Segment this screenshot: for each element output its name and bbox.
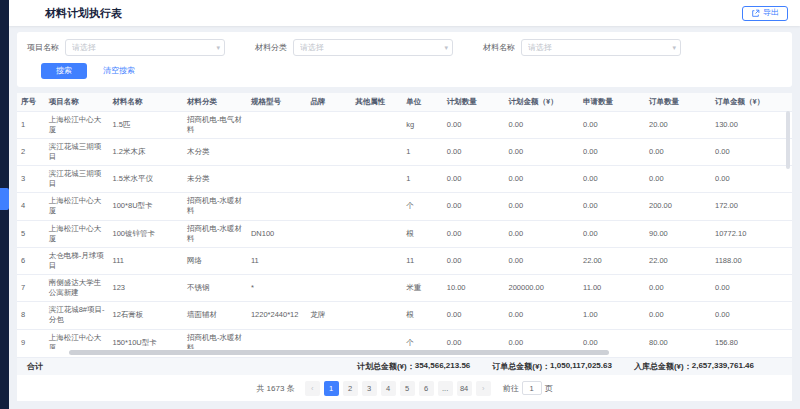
table-cell: 墙面辅材 [183,302,247,329]
table-cell: 0.00 [711,275,792,302]
table-cell: 0.00 [645,138,711,165]
table-row[interactable]: 1上海松江中心大厦1.5匹招商机电-电气材料kg0.000.000.0020.0… [17,111,792,138]
pagination-total: 共 1673 条 [256,383,294,394]
search-button[interactable]: 搜索 [41,63,87,79]
table-cell: 10.00 [443,275,505,302]
goto-unit: 页 [545,383,553,394]
table-cell: 南侧盛达大学生公寓新建 [45,275,109,302]
page-button[interactable]: 5 [400,381,415,396]
table-cell: 0.00 [443,138,505,165]
table-cell: 0.00 [645,275,711,302]
table-cell [307,138,352,165]
table-cell: 1 [402,166,442,193]
table-cell: 1 [17,111,45,138]
table-cell: 100*8U型卡 [109,193,184,220]
category-select[interactable]: ▾ [293,39,453,56]
page-button[interactable]: 4 [381,381,396,396]
page-button[interactable]: 2 [343,381,358,396]
material-select-input[interactable] [522,43,680,52]
prev-page-button[interactable]: ‹ [305,381,320,396]
table-cell [247,166,307,193]
column-header: 材料名称 [109,93,184,112]
export-label: 导出 [763,9,779,17]
page-button[interactable]: 84 [457,381,472,396]
clear-search-link[interactable]: 清空搜索 [103,65,135,76]
filter-label-project: 项目名称 [27,42,59,53]
table-cell: 根 [402,302,442,329]
table-cell: 0.00 [505,302,580,329]
table-cell: 22.00 [645,247,711,274]
materials-table: 序号项目名称材料名称材料分类规格型号品牌其他属性单位计划数量计划金额（¥）申请数… [17,93,792,349]
column-header: 序号 [17,93,45,112]
table-cell: 0.00 [505,193,580,220]
table-cell: 11.00 [579,275,645,302]
page-button[interactable]: 3 [362,381,377,396]
top-bar: 材料计划执行表 导出 [9,0,800,26]
table-row[interactable]: 3滨江花城三期项目1.5米水平仪未分类10.000.000.000.000.00 [17,166,792,193]
table-cell: 招商机电-水暖材料 [183,220,247,247]
table-cell: 1220*2440*12 [247,302,307,329]
category-select-input[interactable] [294,43,452,52]
sidebar-expand-handle[interactable] [0,188,9,210]
table-scroll-area[interactable]: 序号项目名称材料名称材料分类规格型号品牌其他属性单位计划数量计划金额（¥）申请数… [17,93,792,349]
table-row[interactable]: 5上海松江中心大厦100镀锌管卡招商机电-水暖材料DN100根0.000.000… [17,220,792,247]
table-cell [307,247,352,274]
table-cell: 未分类 [183,166,247,193]
column-header: 单位 [402,93,442,112]
table-row[interactable]: 9上海松江中心大厦150*10U型卡招商机电-水暖材料个0.000.000.00… [17,329,792,349]
pagination: 共 1673 条 ‹ 123456...84 › 前往 页 [17,375,792,401]
page-button[interactable]: 6 [419,381,434,396]
column-header: 品牌 [307,93,352,112]
table-cell: 1 [402,138,442,165]
table-cell: 0.00 [579,329,645,349]
table-cell [247,193,307,220]
table-cell: 0.00 [443,247,505,274]
table-cell [351,111,402,138]
table-cell: 0.00 [505,138,580,165]
table-cell [307,275,352,302]
table-cell: 0.00 [645,302,711,329]
column-header: 订单数量 [645,93,711,112]
table-cell: 111 [109,247,184,274]
table-cell: 0.00 [505,111,580,138]
table-cell: 172.00 [711,193,792,220]
summary-label: 合计 [27,361,43,372]
table-cell [351,329,402,349]
export-button[interactable]: 导出 [742,6,788,21]
table-cell [247,138,307,165]
horizontal-scrollbar-track [23,350,786,356]
column-header: 其他属性 [351,93,402,112]
table-cell: 200.00 [645,193,711,220]
table-cell: 123 [109,275,184,302]
page-button[interactable]: 1 [324,381,339,396]
table-row[interactable]: 6太仓电梯-月球项目111网络11110.000.0022.0022.00118… [17,247,792,274]
material-select[interactable]: ▾ [521,39,681,56]
table-body: 1上海松江中心大厦1.5匹招商机电-电气材料kg0.000.000.0020.0… [17,111,792,349]
main-area: 材料计划执行表 导出 项目名称 ▾ [9,0,800,409]
goto-page: 前往 页 [503,381,553,395]
table-row[interactable]: 4上海松江中心大厦100*8U型卡招商机电-水暖材料个0.000.000.002… [17,193,792,220]
table-row[interactable]: 8滨江花城8#项目-分包12石膏板墙面辅材1220*2440*12龙牌根0.00… [17,302,792,329]
next-page-button[interactable]: › [476,381,491,396]
table-cell [351,193,402,220]
table-row[interactable]: 2滨江花城三期项目1.2米木床木分类10.000.000.000.000.00 [17,138,792,165]
summary-bar: 合计 计划总金额(¥)： 354,566,213.56 订单总金额(¥)： 1,… [17,357,792,375]
inbound-total-value: 2,657,339,761.46 [692,361,754,372]
table-cell: 根 [402,220,442,247]
table-row[interactable]: 7南侧盛达大学生公寓新建123不锈钢*米重10.00200000.0011.00… [17,275,792,302]
column-header: 计划数量 [443,93,505,112]
table-cell [351,302,402,329]
vertical-scrollbar[interactable] [786,111,790,169]
table-cell: 0.00 [505,220,580,247]
table-cell: 9 [17,329,45,349]
column-header: 项目名称 [45,93,109,112]
export-icon [751,9,760,18]
horizontal-scrollbar[interactable] [69,350,609,355]
table-cell: 滨江花城三期项目 [45,166,109,193]
project-select-input[interactable] [66,43,224,52]
table-cell [351,220,402,247]
project-select[interactable]: ▾ [65,39,225,56]
table-cell: 0.00 [711,138,792,165]
table-cell: 招商机电-水暖材料 [183,329,247,349]
goto-page-input[interactable] [522,381,542,395]
